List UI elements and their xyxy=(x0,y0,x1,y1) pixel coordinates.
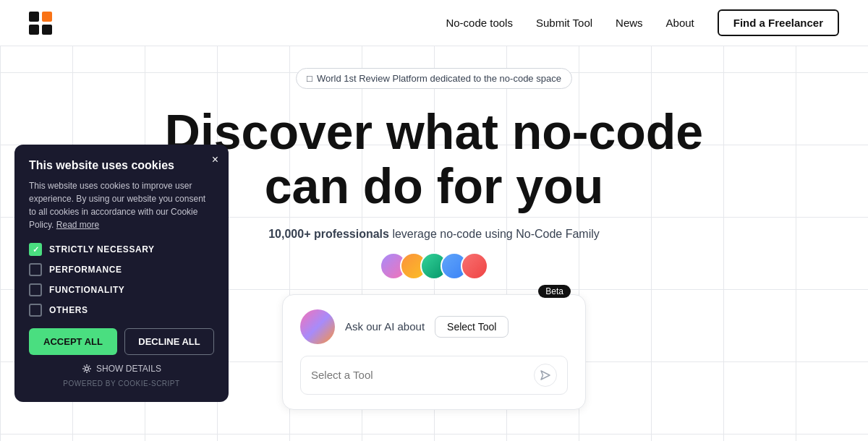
ai-tool-input[interactable] xyxy=(311,369,528,381)
show-details-button[interactable]: SHOW DETAILS xyxy=(29,364,214,374)
cookie-label-strictly: STRICTLY NECESSARY xyxy=(49,244,155,254)
cookie-label-performance: PERFORMANCE xyxy=(49,265,122,275)
hero-subtitle: 10,000+ professionals leverage no-code u… xyxy=(268,228,600,241)
svg-rect-3 xyxy=(42,25,52,35)
hero-title: Discover what no-code can do for you xyxy=(165,105,703,213)
show-details-label: SHOW DETAILS xyxy=(96,364,161,374)
checkbox-others[interactable] xyxy=(29,304,42,317)
checkbox-performance[interactable] xyxy=(29,263,42,276)
ai-card: Beta Ask our AI about Select Tool xyxy=(282,294,586,410)
cookie-option-strictly: STRICTLY NECESSARY xyxy=(29,243,214,256)
ai-card-header: Ask our AI about Select Tool xyxy=(300,309,568,344)
ai-input-row xyxy=(300,356,568,395)
select-tool-button[interactable]: Select Tool xyxy=(435,316,509,338)
cookie-label-others: OTHERS xyxy=(49,305,88,315)
badge-icon: □ xyxy=(307,73,312,84)
cookie-label-functionality: FUNCTIONALITY xyxy=(49,285,124,295)
beta-badge: Beta xyxy=(538,285,571,298)
platform-badge: □ World 1st Review Platform dedicated to… xyxy=(296,68,572,89)
avatar xyxy=(461,252,488,280)
send-icon xyxy=(540,369,551,381)
navbar: No-code tools Submit Tool News About Fin… xyxy=(0,0,868,46)
send-button[interactable] xyxy=(534,364,557,387)
cookie-option-performance: PERFORMANCE xyxy=(29,263,214,276)
decline-all-button[interactable]: DECLINE ALL xyxy=(124,328,214,355)
powered-by: POWERED BY COOKIE-SCRIPT xyxy=(29,380,214,388)
checkbox-functionality[interactable] xyxy=(29,283,42,296)
svg-rect-0 xyxy=(29,12,39,22)
svg-point-4 xyxy=(85,367,89,371)
nav-links: No-code tools Submit Tool News About Fin… xyxy=(446,9,839,36)
cookie-option-functionality: FUNCTIONALITY xyxy=(29,283,214,296)
nav-no-code-tools[interactable]: No-code tools xyxy=(446,17,513,29)
logo-icon xyxy=(29,12,52,35)
svg-rect-1 xyxy=(42,12,52,22)
checkbox-strictly[interactable] xyxy=(29,243,42,256)
cookie-description: This website uses cookies to improve use… xyxy=(29,179,214,231)
ask-label: Ask our AI about xyxy=(345,320,425,333)
avatar-group xyxy=(380,252,488,280)
cookie-close-button[interactable]: × xyxy=(212,153,218,166)
nav-submit-tool[interactable]: Submit Tool xyxy=(536,17,592,29)
badge-text: World 1st Review Platform dedicated to t… xyxy=(317,73,561,84)
find-freelancer-button[interactable]: Find a Freelancer xyxy=(718,9,839,36)
read-more-link[interactable]: Read more xyxy=(56,220,99,230)
cookie-title: This website uses cookies xyxy=(29,159,214,172)
svg-rect-2 xyxy=(29,25,39,35)
cookie-banner: × This website uses cookies This website… xyxy=(14,145,229,402)
ai-avatar xyxy=(300,309,335,344)
nav-about[interactable]: About xyxy=(666,17,694,29)
gear-icon xyxy=(82,364,92,374)
cookie-option-others: OTHERS xyxy=(29,304,214,317)
nav-news[interactable]: News xyxy=(616,17,643,29)
cookie-buttons: ACCEPT ALL DECLINE ALL xyxy=(29,328,214,355)
logo[interactable] xyxy=(29,12,52,35)
accept-all-button[interactable]: ACCEPT ALL xyxy=(29,328,117,355)
